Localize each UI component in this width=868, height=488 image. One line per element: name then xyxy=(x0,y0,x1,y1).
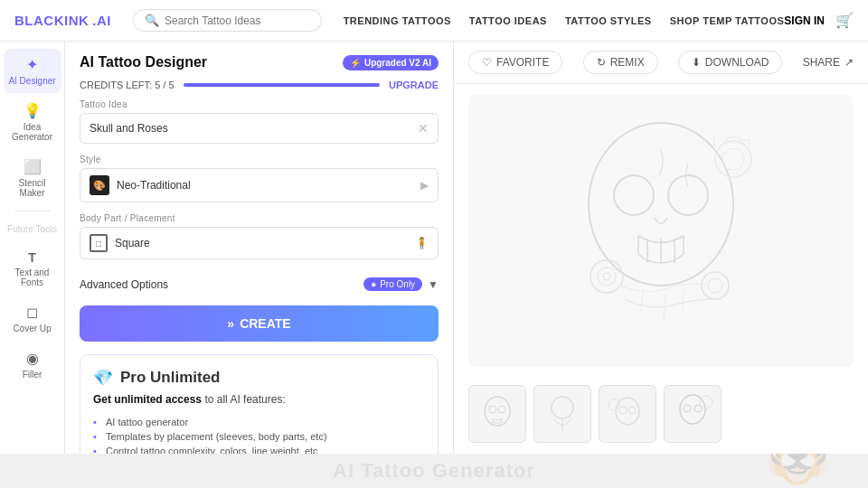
logo-text: BLACKINK xyxy=(14,13,89,28)
ai-designer-icon: ✦ xyxy=(26,56,38,73)
pro-card-header: 💎 Pro Unlimited xyxy=(93,368,425,388)
body-label: Body Part / Placement xyxy=(80,213,439,223)
sidebar-label-ai-designer: AI Designer xyxy=(8,76,55,86)
svg-point-28 xyxy=(700,396,712,408)
style-icon: 🎨 xyxy=(90,175,109,195)
style-field[interactable]: 🎨 Neo-Traditional ▶ xyxy=(80,168,439,202)
designer-title: AI Tattoo Designer xyxy=(80,54,207,70)
create-icon: » xyxy=(227,316,234,331)
sidebar-item-idea-generator[interactable]: 💡 Idea Generator xyxy=(4,95,61,149)
filler-icon: ◉ xyxy=(26,350,39,367)
sidebar-item-stencil-maker[interactable]: ⬜ Stencil Maker xyxy=(4,151,61,205)
thumbnail-4[interactable] xyxy=(664,385,722,443)
share-button[interactable]: SHARE ↗ xyxy=(803,56,854,69)
logo-ai: .AI xyxy=(92,13,111,28)
stencil-maker-icon: ⬜ xyxy=(24,158,42,175)
tattoo-idea-section: Tattoo Idea ✕ xyxy=(65,99,453,155)
banner-text: AI Tattoo Generator xyxy=(333,459,535,483)
favorite-label: FAVORITE xyxy=(496,56,549,69)
download-icon: ⬇ xyxy=(692,56,701,69)
body-field[interactable]: □ Square 🧍 xyxy=(80,227,439,259)
upgraded-badge: ⚡ Upgraded V2 AI xyxy=(343,55,439,70)
svg-point-12 xyxy=(722,148,744,170)
svg-point-1 xyxy=(614,175,654,215)
sidebar: ✦ AI Designer 💡 Idea Generator ⬜ Stencil… xyxy=(0,42,65,454)
cart-icon[interactable]: 🛒 xyxy=(835,12,854,29)
sidebar-label-idea-generator: Idea Generator xyxy=(7,122,58,142)
nav-trending[interactable]: TRENDING TATTOOS xyxy=(344,15,451,26)
main-layout: ✦ AI Designer 💡 Idea Generator ⬜ Stencil… xyxy=(0,42,868,454)
pro-feature-2: Templates by placement (sleeves, body pa… xyxy=(93,429,425,444)
tattoo-idea-label: Tattoo Idea xyxy=(80,99,439,109)
sidebar-label-text-fonts: Text and Fonts xyxy=(7,267,58,287)
svg-point-2 xyxy=(668,175,708,215)
tattoo-idea-field[interactable]: ✕ xyxy=(80,113,439,144)
svg-point-16 xyxy=(485,397,510,426)
search-bar[interactable]: 🔍 xyxy=(133,9,322,32)
pro-only-badge: ● Pro Only xyxy=(363,277,422,291)
idea-generator-icon: 💡 xyxy=(24,102,42,119)
share-label: SHARE xyxy=(803,56,840,69)
sidebar-label-future-tools: Future Tools xyxy=(7,224,57,234)
credits-fill xyxy=(184,83,380,87)
thumbnail-3[interactable] xyxy=(599,385,656,443)
download-button[interactable]: ⬇ DOWNLOAD xyxy=(678,51,783,74)
upgrade-link[interactable]: UPGRADE xyxy=(389,80,439,90)
upgraded-text: Upgraded V2 AI xyxy=(364,58,431,68)
designer-header: AI Tattoo Designer ⚡ Upgraded V2 AI xyxy=(65,42,453,80)
pro-subtitle-suffix: to all AI features: xyxy=(204,393,285,406)
thumbnail-2[interactable] xyxy=(533,385,591,443)
right-panel: ♡ FAVORITE ↻ REMIX ⬇ DOWNLOAD SHARE ↗ xyxy=(454,42,868,454)
image-actions: ♡ FAVORITE ↻ REMIX ⬇ DOWNLOAD SHARE ↗ xyxy=(454,42,868,84)
create-label: CREATE xyxy=(240,316,291,331)
svg-point-8 xyxy=(603,273,610,280)
pro-gem-icon: 💎 xyxy=(93,368,113,388)
sidebar-item-text-fonts[interactable]: T Text and Fonts xyxy=(4,243,61,295)
svg-line-13 xyxy=(641,290,643,313)
svg-point-22 xyxy=(619,407,627,414)
sidebar-label-cover-up: Cover Up xyxy=(13,324,51,333)
svg-point-26 xyxy=(684,405,691,412)
remix-icon: ↻ xyxy=(597,56,606,69)
search-input[interactable] xyxy=(165,14,310,27)
top-nav: BLACKINK.AI 🔍 TRENDING TATTOOS TATTOO ID… xyxy=(0,0,868,42)
style-chevron-icon: ▶ xyxy=(420,179,429,192)
sidebar-item-filler[interactable]: ◉ Filler xyxy=(4,343,61,387)
thumbnail-1[interactable] xyxy=(468,385,526,443)
cover-up-icon: ◻ xyxy=(26,304,38,321)
pro-feature-1: AI tattoo generator xyxy=(93,415,425,429)
share-icon: ↗ xyxy=(844,56,854,69)
advanced-options-label: Advanced Options xyxy=(80,278,168,291)
svg-point-7 xyxy=(598,267,616,286)
sidebar-label-stencil-maker: Stencil Maker xyxy=(7,178,58,198)
sub-nav-links: TRENDING TATTOOS TATTOO IDEAS TATTOO STY… xyxy=(344,15,785,26)
bottom-banner: AI Tattoo Generator 🐯 xyxy=(0,454,868,488)
body-value: Square xyxy=(115,237,150,249)
remix-label: REMIX xyxy=(610,56,645,69)
advanced-options-row[interactable]: Advanced Options ● Pro Only ▼ xyxy=(65,270,453,298)
favorite-button[interactable]: ♡ FAVORITE xyxy=(468,51,562,74)
sidebar-item-cover-up[interactable]: ◻ Cover Up xyxy=(4,296,61,341)
clear-icon[interactable]: ✕ xyxy=(418,121,429,136)
nav-styles[interactable]: TATTOO STYLES xyxy=(565,15,652,26)
logo[interactable]: BLACKINK.AI xyxy=(14,13,111,28)
create-button[interactable]: » CREATE xyxy=(80,305,439,342)
style-section: Style 🎨 Neo-Traditional ▶ xyxy=(65,155,453,213)
pro-features-list: AI tattoo generator Templates by placeme… xyxy=(93,415,425,454)
credits-track xyxy=(184,83,380,87)
nav-shop[interactable]: SHOP TEMP TATTOOS xyxy=(670,15,785,26)
sidebar-item-ai-designer[interactable]: ✦ AI Designer xyxy=(4,49,61,93)
sign-in-button[interactable]: SIGN IN xyxy=(784,14,825,27)
pro-card-title: Pro Unlimited xyxy=(120,369,221,387)
svg-point-6 xyxy=(590,260,623,293)
remix-button[interactable]: ↻ REMIX xyxy=(583,51,658,74)
svg-point-23 xyxy=(628,407,636,414)
pro-card-subtitle: Get unlimited access to all AI features: xyxy=(93,393,425,406)
download-label: DOWNLOAD xyxy=(705,56,769,69)
nav-ideas[interactable]: TATTOO IDEAS xyxy=(469,15,547,26)
sidebar-label-filler: Filler xyxy=(23,370,42,380)
style-label: Style xyxy=(80,155,439,164)
credits-text: CREDITS LEFT: 5 / 5 xyxy=(80,80,175,90)
tattoo-idea-input[interactable] xyxy=(90,122,418,135)
sidebar-item-future-tools: Future Tools xyxy=(4,217,61,241)
